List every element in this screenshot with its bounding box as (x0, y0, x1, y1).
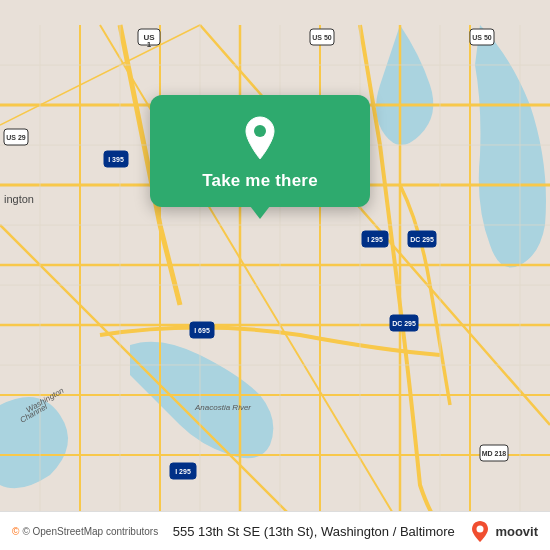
location-pin-icon (236, 113, 284, 161)
popup-card: Take me there (150, 95, 370, 207)
svg-text:1: 1 (147, 40, 152, 49)
attribution: © © OpenStreetMap contributors (12, 526, 158, 537)
svg-text:DC 295: DC 295 (410, 236, 434, 243)
svg-text:US 29: US 29 (6, 134, 26, 141)
address-text: 555 13th St SE (13th St), Washington / B… (158, 524, 469, 539)
svg-text:DC 295: DC 295 (392, 320, 416, 327)
attribution-text: © OpenStreetMap contributors (22, 526, 158, 537)
svg-point-56 (254, 125, 266, 137)
svg-text:I 295: I 295 (175, 468, 191, 475)
svg-text:US 50: US 50 (312, 34, 332, 41)
svg-text:I 295: I 295 (367, 236, 383, 243)
svg-point-57 (477, 526, 484, 533)
map-container: US 1 US 50 US 50 US 29 I 395 I 695 I 295… (0, 0, 550, 550)
map-background: US 1 US 50 US 50 US 29 I 395 I 695 I 295… (0, 0, 550, 550)
svg-text:I 695: I 695 (194, 327, 210, 334)
svg-text:Anacostia River: Anacostia River (194, 403, 251, 412)
bottom-bar: © © OpenStreetMap contributors 555 13th … (0, 511, 550, 550)
svg-text:US 50: US 50 (472, 34, 492, 41)
moovit-text: moovit (495, 524, 538, 539)
svg-text:ington: ington (4, 193, 34, 205)
svg-text:MD 218: MD 218 (482, 450, 507, 457)
popup-arrow (250, 206, 270, 219)
osm-symbol: © (12, 526, 19, 537)
moovit-logo: moovit (469, 520, 538, 542)
take-me-there-button[interactable]: Take me there (202, 171, 318, 191)
moovit-icon (469, 520, 491, 542)
svg-text:I 395: I 395 (108, 156, 124, 163)
